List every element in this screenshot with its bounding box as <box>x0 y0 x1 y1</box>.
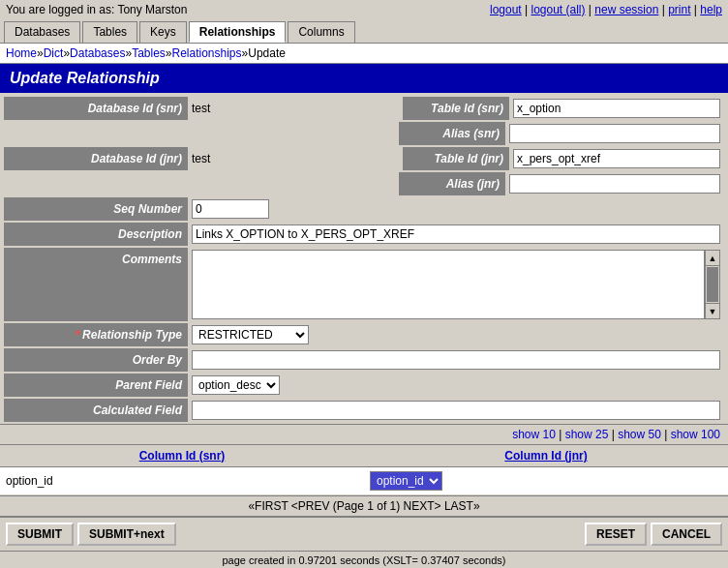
db-jnr-value: test <box>192 152 210 165</box>
db-jnr-value-cell: test <box>188 147 403 170</box>
table-id-snr-label: Table Id (snr) <box>403 97 509 120</box>
grid-cell-col2: option_id <box>364 467 728 494</box>
parent-field-select[interactable]: option_desc <box>192 375 280 395</box>
description-label: Description <box>4 223 188 246</box>
submit-button[interactable]: SUBMIT <box>6 523 74 546</box>
show-bar: show 10 | show 25 | show 50 | show 100 <box>0 424 728 444</box>
breadcrumb-databases[interactable]: Databases <box>70 46 125 60</box>
button-group-right: RESET CANCEL <box>585 523 722 546</box>
order-by-input[interactable] <box>192 350 720 370</box>
grid-cell-col1: option_id <box>0 470 364 492</box>
comments-textarea-wrapper: ▲ ▼ <box>192 250 720 319</box>
col2-select[interactable]: option_id <box>370 471 442 491</box>
button-bar: SUBMIT SUBMIT+next RESET CANCEL <box>0 517 728 551</box>
col2-header[interactable]: Column Id (jnr) <box>364 445 728 466</box>
row-db-snr: Database Id (snr) test Table Id (snr) <box>4 97 724 120</box>
comments-scrollbar: ▲ ▼ <box>705 250 720 319</box>
alias-snr-value-cell <box>505 122 724 145</box>
row-relationship-type: * Relationship Type RESTRICTED UNRESTRIC… <box>4 323 724 346</box>
table-id-jnr-value-cell <box>509 147 724 170</box>
print-link[interactable]: print <box>668 3 690 16</box>
form-container: Database Id (snr) test Table Id (snr) Al… <box>0 93 728 422</box>
new-session-link[interactable]: new session <box>594 3 658 16</box>
alias-jnr-value-cell <box>505 172 724 195</box>
table-id-snr-value-cell <box>509 97 724 120</box>
comments-textarea[interactable] <box>192 250 705 319</box>
parent-field-label: Parent Field <box>4 374 188 397</box>
row-comments: Comments ▲ ▼ <box>4 248 724 321</box>
alias-jnr-label: Alias (jnr) <box>399 172 505 195</box>
comments-value-cell: ▲ ▼ <box>188 248 724 321</box>
relationship-type-select[interactable]: RESTRICTED UNRESTRICTED CASCADING <box>192 325 309 344</box>
logout-link[interactable]: logout <box>490 3 522 16</box>
seq-number-value-cell <box>188 197 724 221</box>
breadcrumb-tables[interactable]: Tables <box>132 46 166 60</box>
seq-number-input[interactable] <box>192 199 269 219</box>
footer-text: page created in 0.97201 seconds (XSLT= 0… <box>222 554 505 566</box>
tabs-bar: Databases Tables Keys Relationships Colu… <box>0 19 728 43</box>
scrollbar-down-arrow[interactable]: ▼ <box>706 303 719 318</box>
row-alias-jnr: Alias (jnr) <box>4 172 724 195</box>
row-description: Description <box>4 223 724 246</box>
logout-all-link[interactable]: logout (all) <box>531 3 586 16</box>
breadcrumb-dict[interactable]: Dict <box>44 46 64 60</box>
row-parent-field: Parent Field option_desc <box>4 374 724 397</box>
cancel-button[interactable]: CANCEL <box>651 523 722 546</box>
tab-keys[interactable]: Keys <box>139 21 187 43</box>
reset-button[interactable]: RESET <box>585 523 647 546</box>
db-snr-value-cell: test <box>188 97 403 120</box>
submit-next-button[interactable]: SUBMIT+next <box>77 523 176 546</box>
calculated-field-value-cell <box>188 399 724 422</box>
show-10-link[interactable]: show 10 <box>512 428 556 441</box>
description-input[interactable] <box>192 224 720 244</box>
pagination-text: «FIRST <PREV (Page 1 of 1) NEXT> LAST» <box>248 499 479 513</box>
scrollbar-up-arrow[interactable]: ▲ <box>706 251 719 266</box>
db-jnr-label: Database Id (jnr) <box>4 147 188 170</box>
required-star: * <box>75 328 79 342</box>
col1-header[interactable]: Column Id (snr) <box>0 445 364 466</box>
breadcrumb-relationships[interactable]: Relationships <box>172 46 242 60</box>
show-100-link[interactable]: show 100 <box>671 428 720 441</box>
show-25-link[interactable]: show 25 <box>565 428 609 441</box>
tab-tables[interactable]: Tables <box>82 21 137 43</box>
pagination-bar: «FIRST <PREV (Page 1 of 1) NEXT> LAST» <box>0 495 728 517</box>
calculated-field-label: Calculated Field <box>4 399 188 422</box>
row-order-by: Order By <box>4 348 724 372</box>
table-id-jnr-label: Table Id (jnr) <box>403 147 509 170</box>
footer: page created in 0.97201 seconds (XSLT= 0… <box>0 551 728 568</box>
row-db-jnr: Database Id (jnr) test Table Id (jnr) <box>4 147 724 170</box>
calculated-field-input[interactable] <box>192 401 720 420</box>
breadcrumb-current: Update <box>248 46 286 60</box>
relationship-type-value-cell: RESTRICTED UNRESTRICTED CASCADING <box>188 323 724 346</box>
tab-databases[interactable]: Databases <box>4 21 80 43</box>
grid-row: option_id option_id <box>0 467 728 495</box>
alias-snr-label: Alias (snr) <box>399 122 505 145</box>
breadcrumb: Home»Dict»Databases»Tables»Relationships… <box>0 43 728 64</box>
tab-columns[interactable]: Columns <box>288 21 354 43</box>
parent-field-value-cell: option_desc <box>188 374 724 397</box>
seq-number-label: Seq Number <box>4 197 188 221</box>
row-calculated-field: Calculated Field <box>4 399 724 422</box>
table-id-jnr-input[interactable] <box>513 149 720 168</box>
breadcrumb-home[interactable]: Home <box>6 46 37 60</box>
help-link[interactable]: help <box>700 3 722 16</box>
relationship-type-label: * Relationship Type <box>4 323 188 346</box>
top-bar: You are logged in as: Tony Marston logou… <box>0 0 728 19</box>
alias-jnr-input[interactable] <box>509 174 720 194</box>
page-title: Update Relationship <box>0 64 728 93</box>
description-value-cell <box>188 223 724 246</box>
button-group-left: SUBMIT SUBMIT+next <box>6 523 176 546</box>
db-snr-value: test <box>192 102 210 115</box>
order-by-label: Order By <box>4 348 188 372</box>
alias-snr-input[interactable] <box>509 124 720 143</box>
row-seq-number: Seq Number <box>4 197 724 221</box>
top-links: logout | logout (all) | new session | pr… <box>490 3 722 16</box>
logged-in-text: You are logged in as: Tony Marston <box>6 3 187 16</box>
table-id-snr-input[interactable] <box>513 99 720 118</box>
grid-header: Column Id (snr) Column Id (jnr) <box>0 444 728 467</box>
row-alias-snr: Alias (snr) <box>4 122 724 145</box>
tab-relationships[interactable]: Relationships <box>189 21 287 43</box>
db-snr-label: Database Id (snr) <box>4 97 188 120</box>
comments-label: Comments <box>4 248 188 321</box>
show-50-link[interactable]: show 50 <box>618 428 661 441</box>
